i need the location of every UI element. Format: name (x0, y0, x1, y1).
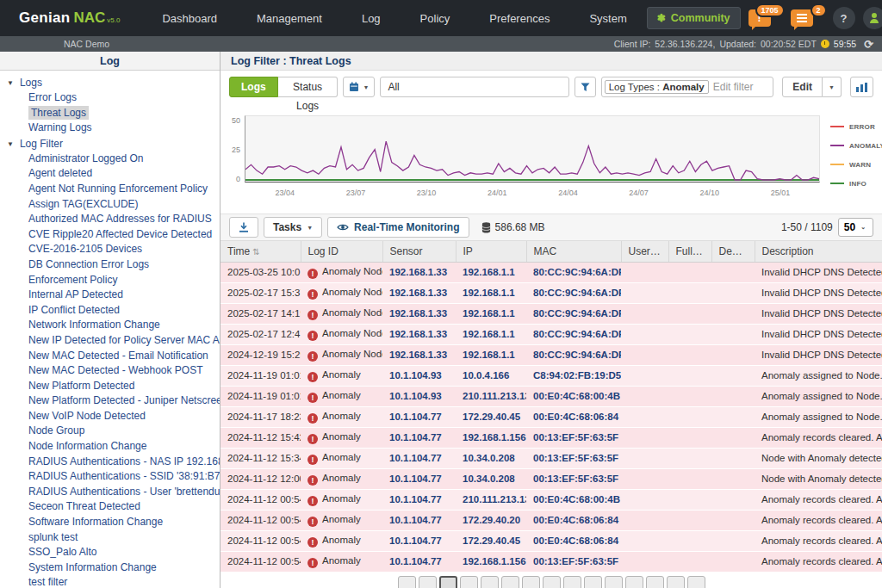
sidebar-item-enforcement-policy[interactable]: Enforcement Policy (0, 273, 220, 288)
ip-link[interactable]: 192.168.1.1 (463, 329, 515, 339)
table-row[interactable]: 2024-11-12 15:34:14!Anomaly10.1.104.7710… (220, 448, 882, 468)
sensor-link[interactable]: 192.168.1.33 (389, 288, 447, 298)
mac-link[interactable]: 00:13:EF:5F:63:5F (533, 473, 618, 484)
table-row[interactable]: 2024-11-12 00:54:27!Anomaly10.1.104.7717… (220, 510, 882, 530)
sensor-link[interactable]: 192.168.1.33 (389, 350, 447, 360)
sidebar-item-radius-authentications-ssid-38-91-b7-4e-7a-00[interactable]: RADIUS Authentications - SSID '38:91:B7:… (0, 469, 220, 485)
table-row[interactable]: 2024-11-19 01:01:29!Anomaly10.1.104.9310… (220, 365, 882, 386)
ip-link[interactable]: 192.168.1.156 (463, 556, 526, 566)
mac-link[interactable]: 80:CC:9C:94:6A:DF (533, 288, 621, 298)
page-button-10[interactable]: 10 (625, 576, 643, 588)
sensor-link[interactable]: 10.1.104.77 (389, 412, 442, 422)
sidebar-item-test-filter[interactable]: test filter (0, 575, 220, 588)
sidebar-item-new-mac-detected-email-notification[interactable]: New MAC Detected - Email Notification (0, 349, 220, 364)
help-button[interactable]: ? (833, 7, 855, 29)
tasks-button[interactable]: Tasks ▼ (264, 217, 322, 238)
sensor-link[interactable]: 10.1.104.93 (389, 391, 442, 401)
menu-policy[interactable]: Policy (401, 12, 470, 25)
mac-link[interactable]: 00:13:EF:5F:63:5F (533, 556, 618, 566)
sidebar-item-ip-conflict-detected[interactable]: IP Conflict Detected (0, 303, 220, 319)
table-row[interactable]: 2025-02-17 15:37:08!Anomaly Node192.168.… (220, 282, 882, 303)
sidebar-item-sso-palo-alto[interactable]: SSO_Palo Alto (0, 545, 220, 560)
sidebar-item-splunk-test[interactable]: splunk test (0, 530, 220, 546)
sidebar-item-cve-ripple20-affected-device-detected[interactable]: CVE Ripple20 Affected Device Detected (0, 227, 220, 243)
sidebar-item-internal-ap-detected[interactable]: Internal AP Detected (0, 288, 220, 303)
tree-group-log-filter[interactable]: ▼Log Filter (0, 136, 220, 152)
sensor-link[interactable]: 10.1.104.77 (389, 453, 442, 463)
mac-link[interactable]: 00:13:EF:5F:63:5F (533, 453, 618, 463)
page-button-8[interactable]: 8 (584, 576, 602, 588)
ip-link[interactable]: 192.168.1.1 (463, 350, 515, 360)
table-row[interactable]: 2024-12-19 15:29:17!Anomaly Node192.168.… (220, 344, 882, 365)
sensor-link[interactable]: 10.1.104.77 (389, 494, 442, 504)
ip-link[interactable]: 192.168.1.1 (463, 308, 515, 319)
sidebar-item-new-voip-node-detected[interactable]: New VoIP Node Detected (0, 409, 220, 424)
mac-link[interactable]: 00:E0:4C:68:00:4B (533, 391, 620, 401)
table-row[interactable]: 2024-11-12 00:54:27!Anomaly10.1.104.7717… (220, 530, 882, 551)
page-button-2[interactable]: 2 (460, 576, 478, 588)
table-row[interactable]: 2025-02-17 14:19:19!Anomaly Node192.168.… (220, 303, 882, 324)
user-button[interactable] (863, 7, 882, 29)
table-row[interactable]: 2024-11-12 12:00:38!Anomaly10.1.104.7710… (220, 468, 882, 489)
sidebar-item-new-platform-detected-juniper-netscreen[interactable]: New Platform Detected - Juniper Netscree… (0, 393, 220, 409)
column-header-mac[interactable]: MAC (526, 241, 621, 262)
ip-link[interactable]: 172.29.40.45 (463, 412, 520, 422)
community-button[interactable]: ✽ Community (647, 7, 741, 29)
column-header-full-name[interactable]: Full Name (668, 241, 711, 262)
page-button-7[interactable]: 7 (563, 576, 581, 588)
sidebar-item-network-information-change[interactable]: Network Information Change (0, 318, 220, 333)
ip-link[interactable]: 192.168.1.156 (463, 432, 526, 443)
log-type-chip[interactable]: Log Types : Anomaly (605, 80, 709, 94)
sidebar-item-new-platform-detected[interactable]: New Platform Detected (0, 379, 220, 394)
sensor-link[interactable]: 192.168.1.33 (389, 329, 447, 339)
sidebar-item-db-connection-error-logs[interactable]: DB Connection Error Logs (0, 257, 220, 273)
sensor-link[interactable]: 10.1.104.93 (389, 370, 442, 381)
sensor-link[interactable]: 10.1.104.77 (389, 432, 442, 443)
sensor-link[interactable]: 10.1.104.77 (389, 515, 442, 525)
sensor-link[interactable]: 10.1.104.77 (389, 535, 442, 546)
table-row[interactable]: 2024-11-12 00:54:27!Anomaly10.1.104.7719… (220, 551, 882, 572)
filter-button[interactable] (575, 77, 596, 97)
mac-link[interactable]: 00:E0:4C:68:06:84 (533, 535, 618, 546)
menu-preferences[interactable]: Preferences (469, 12, 569, 25)
mac-link[interactable]: 80:CC:9C:94:6A:DF (533, 329, 621, 339)
mac-link[interactable]: 00:E0:4C:68:06:84 (533, 515, 618, 525)
date-range-button[interactable]: ▼ (343, 77, 375, 97)
sidebar-item-seceon-threat-detected[interactable]: Seceon Threat Detected (0, 499, 220, 515)
refresh-icon[interactable]: ⟳ (864, 38, 873, 51)
mac-link[interactable]: 80:CC:9C:94:6A:DF (533, 308, 621, 319)
sidebar-item-system-information-change[interactable]: System Information Change (0, 560, 220, 576)
tab-status-logs[interactable]: Status Logs (278, 77, 339, 97)
column-header-ip[interactable]: IP (456, 241, 526, 262)
column-header-department[interactable]: Department (711, 241, 755, 262)
menu-management[interactable]: Management (237, 12, 342, 25)
column-header-time[interactable]: Time⇅ (220, 241, 301, 262)
mac-link[interactable]: 00:13:EF:5F:63:5F (533, 432, 618, 443)
alerts-button[interactable]: ! 1705 (748, 9, 771, 27)
sidebar-item-agent-deleted[interactable]: Agent deleted (0, 166, 220, 182)
page-size-select[interactable]: 50 ⌄ (838, 218, 873, 237)
sensor-link[interactable]: 10.1.104.77 (389, 473, 442, 484)
sidebar-item-node-group[interactable]: Node Group (0, 424, 220, 439)
ip-link[interactable]: 192.168.1.1 (463, 288, 515, 298)
sidebar-item-node-information-change[interactable]: Node Information Change (0, 439, 220, 455)
ip-link[interactable]: 10.0.4.166 (463, 370, 509, 381)
edit-filter-input[interactable]: Log Types : Anomaly Edit filter (601, 77, 774, 97)
tab-logs[interactable]: Logs (229, 77, 278, 97)
page-button-12[interactable]: 12 (667, 576, 685, 588)
mac-link[interactable]: 80:CC:9C:94:6A:DF (533, 267, 621, 277)
sensor-link[interactable]: 192.168.1.33 (389, 267, 447, 277)
edit-button[interactable]: Edit (782, 77, 823, 97)
sidebar-item-new-ip-detected-for-policy-server-mac-address[interactable]: New IP Detected for Policy Server MAC Ad… (0, 333, 220, 349)
ip-link[interactable]: 210.111.213.13 (463, 391, 526, 401)
sidebar-item-error-logs[interactable]: Error Logs (0, 90, 220, 106)
table-row[interactable]: 2024-11-19 01:01:29!Anomaly10.1.104.9321… (220, 386, 882, 406)
page-button-5[interactable]: 5 (522, 576, 540, 588)
page-button-4[interactable]: 4 (501, 576, 519, 588)
table-row[interactable]: 2024-11-12 00:54:27!Anomaly10.1.104.7721… (220, 489, 882, 510)
page-button-[interactable]: « (398, 576, 416, 588)
page-button-1[interactable]: 1 (439, 576, 457, 588)
mac-link[interactable]: 80:CC:9C:94:6A:DF (533, 350, 621, 360)
ip-link[interactable]: 172.29.40.45 (463, 535, 520, 546)
sidebar-item-radius-authentications-nas-ip-192-168-1-49[interactable]: RADIUS Authentications - NAS IP 192.168.… (0, 455, 220, 470)
